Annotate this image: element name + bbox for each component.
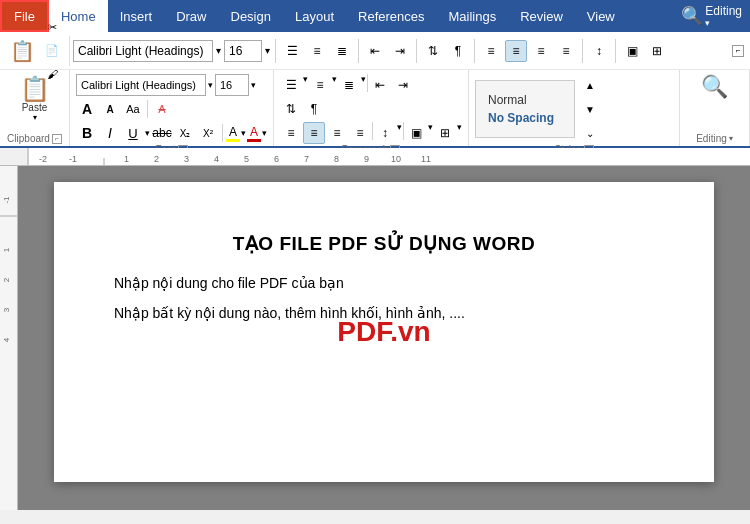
ruler-area: -2 -1 1 2 3 4 5 6 7 8 9 10 11 <box>0 148 750 166</box>
align-left-btn[interactable]: ≡ <box>280 122 302 144</box>
sort-btn[interactable]: ⇅ <box>280 98 302 120</box>
styles-nav-arrows: ▲ ▼ ⌄ <box>579 74 601 144</box>
multilevel-arrow[interactable]: ▾ <box>361 74 366 96</box>
align-right-btn[interactable]: ≡ <box>326 122 348 144</box>
font-size-field[interactable] <box>215 74 249 96</box>
decrease-indent-btn[interactable]: ⇤ <box>369 74 391 96</box>
cut-button[interactable]: ✂ <box>41 17 63 39</box>
find-button[interactable]: 🔍 <box>701 74 728 100</box>
svg-text:11: 11 <box>421 154 431 164</box>
highlight-color-strip <box>226 139 240 142</box>
editing-section: 🔍 Editing ▾ <box>680 70 750 146</box>
clipboard-section: 📋 Paste ▾ Clipboard ⌐ <box>0 70 70 146</box>
left-ruler: -1 1 2 3 4 <box>0 166 18 510</box>
align-left-button[interactable]: ≡ <box>480 40 502 62</box>
underline-button[interactable]: U <box>122 122 144 144</box>
grow-font-button[interactable]: A <box>76 98 98 120</box>
divider6 <box>615 39 616 63</box>
borders-button[interactable]: ⊞ <box>646 40 668 62</box>
strikethrough-button[interactable]: abc <box>151 122 173 144</box>
svg-text:8: 8 <box>334 154 339 164</box>
paste-big-icon: 📋 <box>20 76 50 102</box>
bold-italic-row: B I U ▾ abc X₂ X² A ▾ A <box>76 122 267 144</box>
font-name-field[interactable] <box>76 74 206 96</box>
svg-text:9: 9 <box>364 154 369 164</box>
shading-button[interactable]: ▣ <box>621 40 643 62</box>
justify-button[interactable]: ≡ <box>555 40 577 62</box>
highlight-arrow[interactable]: ▾ <box>241 128 246 138</box>
line-spacing-arrow[interactable]: ▾ <box>397 122 402 144</box>
editing-mode-btn[interactable]: 🔍 Editing ▾ <box>673 0 750 32</box>
clipboard-label: Clipboard <box>7 133 50 144</box>
menu-design[interactable]: Design <box>219 0 283 32</box>
menu-review[interactable]: Review <box>508 0 575 32</box>
text-highlight-color-button[interactable]: A <box>226 125 240 142</box>
font-size-arrow[interactable]: ▾ <box>251 80 256 90</box>
doc-scroll-area[interactable]: PDF.vn TẠO FILE PDF SỬ DỤNG WORD Nhập nộ… <box>18 166 750 510</box>
line-spacing-button[interactable]: ↕ <box>588 40 610 62</box>
copy-button[interactable]: 📄 <box>41 40 63 62</box>
menu-references[interactable]: References <box>346 0 436 32</box>
italic-button[interactable]: I <box>99 122 121 144</box>
increase-indent-btn[interactable]: ⇥ <box>392 74 414 96</box>
align-right-button[interactable]: ≡ <box>530 40 552 62</box>
menu-insert[interactable]: Insert <box>108 0 165 32</box>
shrink-font-button[interactable]: A <box>99 98 121 120</box>
subscript-button[interactable]: X₂ <box>174 122 196 144</box>
bullets-button[interactable]: ☰ <box>281 40 303 62</box>
font-color-arrow[interactable]: ▾ <box>262 128 267 138</box>
menu-draw[interactable]: Draw <box>164 0 218 32</box>
style-normal-option[interactable]: Normal No Spacing <box>475 80 575 138</box>
bullets-list-button[interactable]: ☰ <box>280 74 302 96</box>
styles-next-button[interactable]: ▼ <box>579 98 601 120</box>
clear-formatting-button[interactable]: A <box>151 98 173 120</box>
shading-arrow[interactable]: ▾ <box>428 122 433 144</box>
font-name-input[interactable] <box>73 40 213 62</box>
decrease-indent-button[interactable]: ⇤ <box>364 40 386 62</box>
styles-prev-button[interactable]: ▲ <box>579 74 601 96</box>
font-dropdown-arrow[interactable]: ▾ <box>216 45 221 56</box>
font-size-dropdown-arrow[interactable]: ▾ <box>265 45 270 56</box>
paragraph-expand-button[interactable]: ⌐ <box>732 45 744 57</box>
show-hide-btn[interactable]: ¶ <box>303 98 325 120</box>
font-color-icon: A <box>250 125 258 139</box>
numbering-list-button[interactable]: ≡ <box>309 74 331 96</box>
align-center-button[interactable]: ≡ <box>505 40 527 62</box>
menu-view[interactable]: View <box>575 0 627 32</box>
multilevel-list-button[interactable]: ≣ <box>331 40 353 62</box>
font-color-button[interactable]: A <box>247 125 261 142</box>
sort-button[interactable]: ⇅ <box>422 40 444 62</box>
menu-bar: File Home Insert Draw Design Layout Refe… <box>0 0 750 32</box>
font-size-adjust-row: A A Aa A <box>76 98 173 120</box>
menu-mailings[interactable]: Mailings <box>437 0 509 32</box>
borders-btn[interactable]: ⊞ <box>434 122 456 144</box>
font-size-input[interactable] <box>224 40 262 62</box>
design-label: Design <box>231 9 271 24</box>
styles-more-button[interactable]: ⌄ <box>579 122 601 144</box>
bullets-arrow[interactable]: ▾ <box>303 74 308 96</box>
shading-btn[interactable]: ▣ <box>405 122 427 144</box>
clipboard-expand-icon[interactable]: ⌐ <box>52 134 62 144</box>
line-spacing-btn[interactable]: ↕ <box>374 122 396 144</box>
para-divider3 <box>403 122 404 140</box>
font-name-arrow[interactable]: ▾ <box>208 80 213 90</box>
align-center-btn[interactable]: ≡ <box>303 122 325 144</box>
multilevel-list-button2[interactable]: ≣ <box>338 74 360 96</box>
change-case-button[interactable]: Aa <box>122 98 144 120</box>
superscript-button[interactable]: X² <box>197 122 219 144</box>
bold-button[interactable]: B <box>76 122 98 144</box>
editing-label-ribbon: Editing <box>696 133 727 144</box>
numbering-button[interactable]: ≡ <box>306 40 328 62</box>
justify-btn[interactable]: ≡ <box>349 122 371 144</box>
increase-indent-button[interactable]: ⇥ <box>389 40 411 62</box>
borders-arrow[interactable]: ▾ <box>457 122 462 144</box>
font-divider1 <box>147 100 148 118</box>
numbering-arrow[interactable]: ▾ <box>332 74 337 96</box>
paste-big-button[interactable]: 📋 Paste ▾ <box>16 74 54 124</box>
show-formatting-button[interactable]: ¶ <box>447 40 469 62</box>
paste-button[interactable]: 📋 <box>6 41 39 61</box>
underline-arrow[interactable]: ▾ <box>145 128 150 138</box>
styles-section: Normal No Spacing ▲ ▼ ⌄ Styles ⌐ <box>469 70 680 146</box>
svg-text:1: 1 <box>2 247 11 252</box>
menu-layout[interactable]: Layout <box>283 0 346 32</box>
